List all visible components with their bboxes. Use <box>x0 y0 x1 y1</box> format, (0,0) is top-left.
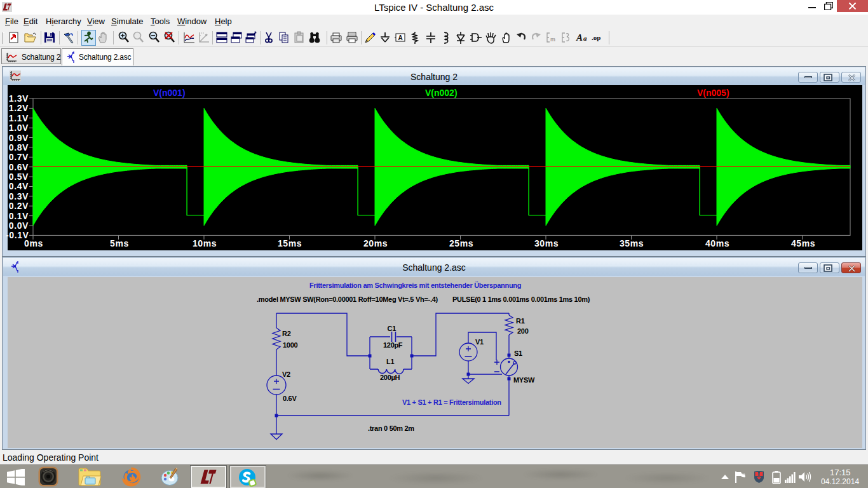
svg-text:A: A <box>398 34 402 41</box>
svg-text:m: m <box>550 36 555 43</box>
svg-text:.op: .op <box>592 34 600 41</box>
svg-text:A: A <box>576 32 583 43</box>
svg-text:a: a <box>583 34 587 42</box>
